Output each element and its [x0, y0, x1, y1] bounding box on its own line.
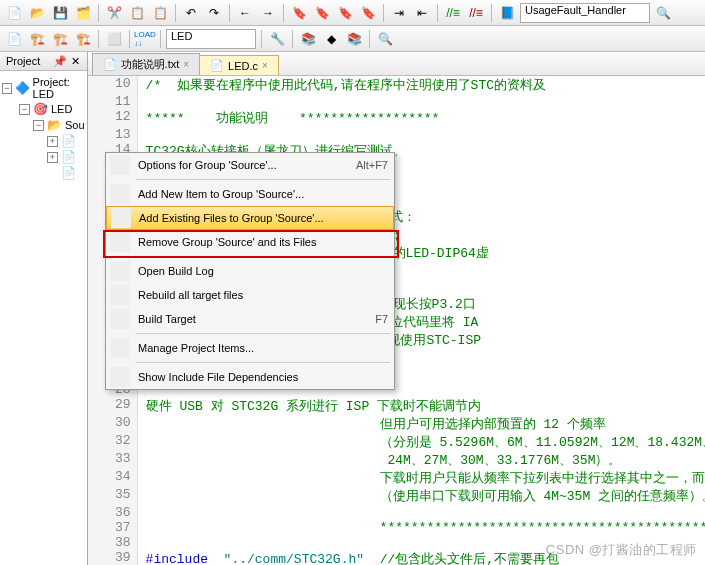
find-icon[interactable]: 📘	[497, 3, 517, 23]
txt-file-icon: 📄	[61, 166, 76, 180]
rebuild-icon[interactable]: 🏗️	[50, 29, 70, 49]
symbol-combo[interactable]: UsageFault_Handler	[520, 3, 650, 23]
line-number: 33	[88, 451, 138, 469]
save-icon[interactable]: 💾	[50, 3, 70, 23]
bookmark-clear-icon[interactable]: 🔖	[358, 3, 378, 23]
uncomment-icon[interactable]: //≡	[466, 3, 486, 23]
tree-target-label[interactable]: LED	[51, 103, 72, 115]
menu-icon	[111, 208, 131, 228]
tree-expander[interactable]: −	[2, 83, 12, 94]
nav-back-icon[interactable]: ←	[235, 3, 255, 23]
open-icon[interactable]: 📂	[27, 3, 47, 23]
build-icon[interactable]: 🏗️	[27, 29, 47, 49]
stop-build-icon[interactable]: ⬜	[104, 29, 124, 49]
translate-icon[interactable]: 📄	[4, 29, 24, 49]
line-number: 36	[88, 505, 138, 520]
code-line[interactable]: /* 如果要在程序中使用此代码,请在程序中注明使用了STC的资料及	[138, 76, 546, 94]
toolbar-build: 📄 🏗️ 🏗️ 🏗️ ⬜ LOAD↓↓ LED 🔧 📚 ◆ 📚 🔍	[0, 26, 705, 52]
line-number: 30	[88, 415, 138, 433]
panel-close-icon[interactable]: ✕	[69, 54, 83, 68]
menu-item[interactable]: Remove Group 'Source' and its Files	[106, 230, 394, 254]
tree-project-label[interactable]: Project: LED	[33, 76, 85, 100]
menu-item[interactable]: Show Include File Dependencies	[106, 365, 394, 389]
target-icon: 🎯	[33, 102, 48, 116]
workspace-icon: 🔷	[15, 81, 30, 95]
c-file-icon: 📄	[61, 134, 76, 148]
code-line[interactable]: 24M、27M、30M、33.1776M、35M）。	[138, 451, 622, 469]
outdent-icon[interactable]: ⇤	[412, 3, 432, 23]
bookmark-next-icon[interactable]: 🔖	[335, 3, 355, 23]
code-line[interactable]: 下载时用户只能从频率下拉列表中进行选择其中之一，而不能手动输	[138, 469, 705, 487]
line-number: 34	[88, 469, 138, 487]
toolbar-main: 📄 📂 💾 🗂️ ✂️ 📋 📋 ↶ ↷ ← → 🔖 🔖 🔖 🔖 ⇥ ⇤ //≡ …	[0, 0, 705, 26]
menu-label: Build Target	[138, 313, 367, 325]
code-line[interactable]: （分别是 5.5296M、6M、11.0592M、12M、18.432M、20M…	[138, 433, 705, 451]
new-file-icon[interactable]: 📄	[4, 3, 24, 23]
code-line[interactable]: （使用串口下载则可用输入 4M~35M 之间的任意频率）。	[138, 487, 705, 505]
line-number: 37	[88, 520, 138, 535]
redo-icon[interactable]: ↷	[204, 3, 224, 23]
menu-icon	[110, 285, 130, 305]
menu-label: Remove Group 'Source' and its Files	[138, 236, 388, 248]
editor-tab[interactable]: 📄功能说明.txt×	[92, 53, 201, 75]
debug-icon[interactable]: 🔍	[375, 29, 395, 49]
books-icon[interactable]: 📚	[344, 29, 364, 49]
cut-icon[interactable]: ✂️	[104, 3, 124, 23]
tree-expander[interactable]: −	[19, 104, 30, 115]
bookmark-prev-icon[interactable]: 🔖	[312, 3, 332, 23]
manage-rte-icon[interactable]: ◆	[321, 29, 341, 49]
close-icon[interactable]: ×	[183, 59, 189, 70]
undo-icon[interactable]: ↶	[181, 3, 201, 23]
tab-label: 功能说明.txt	[121, 57, 180, 72]
file-icon: 📄	[210, 59, 224, 72]
copy-icon[interactable]: 📋	[127, 3, 147, 23]
menu-item[interactable]: Build TargetF7	[106, 307, 394, 331]
download-icon[interactable]: LOAD↓↓	[135, 29, 155, 49]
editor-tab[interactable]: 📄LED.c×	[199, 55, 279, 75]
context-menu: Options for Group 'Source'...Alt+F7Add N…	[105, 152, 395, 390]
tree-group-label[interactable]: Sou	[65, 119, 85, 131]
menu-item[interactable]: Add Existing Files to Group 'Source'...	[106, 206, 394, 230]
search-dd-icon[interactable]: 🔍	[653, 3, 673, 23]
indent-icon[interactable]: ⇥	[389, 3, 409, 23]
panel-title: Project 📌 ✕	[0, 52, 87, 71]
code-line[interactable]: #include "../comm/STC32G.h" //包含此头文件后,不需…	[138, 550, 559, 565]
options-icon[interactable]: 🔧	[267, 29, 287, 49]
menu-item[interactable]: Rebuild all target files	[106, 283, 394, 307]
panel-pin-icon[interactable]: 📌	[53, 54, 67, 68]
menu-icon	[110, 367, 130, 387]
paste-icon[interactable]: 📋	[150, 3, 170, 23]
close-icon[interactable]: ×	[262, 60, 268, 71]
menu-icon	[110, 338, 130, 358]
save-all-icon[interactable]: 🗂️	[73, 3, 93, 23]
batch-build-icon[interactable]: 🏗️	[73, 29, 93, 49]
code-line[interactable]	[138, 505, 146, 520]
menu-label: Add Existing Files to Group 'Source'...	[139, 212, 387, 224]
line-number: 32	[88, 433, 138, 451]
code-line[interactable]: 硬件 USB 对 STC32G 系列进行 ISP 下载时不能调节内	[138, 397, 481, 415]
tree-expander[interactable]: +	[47, 136, 58, 147]
comment-icon[interactable]: //≡	[443, 3, 463, 23]
code-line[interactable]	[138, 535, 146, 550]
tree-expander[interactable]: +	[47, 152, 58, 163]
nav-fwd-icon[interactable]: →	[258, 3, 278, 23]
project-tree[interactable]: −🔷Project: LED −🎯LED −📂Sou +📄 +📄 📄	[0, 71, 87, 185]
bookmark-icon[interactable]: 🔖	[289, 3, 309, 23]
code-line[interactable]: 但用户可用选择内部预置的 12 个频率	[138, 415, 606, 433]
menu-item[interactable]: Open Build Log	[106, 259, 394, 283]
menu-item[interactable]: Options for Group 'Source'...Alt+F7	[106, 153, 394, 177]
code-line[interactable]: ****************************************…	[138, 520, 705, 535]
line-number: 35	[88, 487, 138, 505]
code-line[interactable]: ***** 功能说明 ******************	[138, 109, 440, 127]
editor-tabs: 📄功能说明.txt×📄LED.c×	[88, 52, 705, 76]
menu-label: Manage Project Items...	[138, 342, 388, 354]
menu-item[interactable]: Manage Project Items...	[106, 336, 394, 360]
menu-item[interactable]: Add New Item to Group 'Source'...	[106, 182, 394, 206]
code-line[interactable]	[138, 94, 146, 109]
manage-icon[interactable]: 📚	[298, 29, 318, 49]
line-number: 12	[88, 109, 138, 127]
code-line[interactable]	[138, 127, 146, 142]
tree-expander[interactable]: −	[33, 120, 44, 131]
target-combo[interactable]: LED	[166, 29, 256, 49]
menu-icon	[110, 184, 130, 204]
